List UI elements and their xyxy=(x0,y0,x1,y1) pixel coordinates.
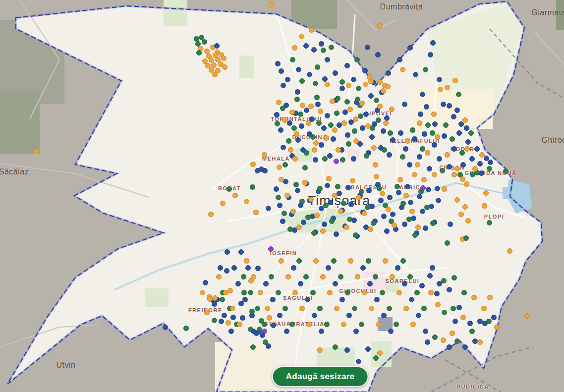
report-marker-orange[interactable] xyxy=(380,191,385,196)
report-marker-blue[interactable] xyxy=(428,52,433,57)
report-marker-blue[interactable] xyxy=(331,136,336,142)
report-marker-blue[interactable] xyxy=(298,281,303,286)
report-marker-orange[interactable] xyxy=(341,120,347,126)
report-marker-blue[interactable] xyxy=(469,156,475,162)
report-marker-orange[interactable] xyxy=(320,228,326,234)
report-marker-blue[interactable] xyxy=(432,142,437,148)
report-marker-green[interactable] xyxy=(339,79,345,85)
report-marker-orange[interactable] xyxy=(200,290,205,295)
report-marker-orange[interactable] xyxy=(377,79,383,85)
report-marker-green[interactable] xyxy=(241,290,247,295)
report-marker-blue[interactable] xyxy=(304,108,309,113)
report-marker-orange[interactable] xyxy=(313,258,319,264)
report-marker-blue[interactable] xyxy=(425,339,430,345)
report-marker-blue[interactable] xyxy=(441,102,446,107)
report-marker-blue[interactable] xyxy=(333,281,338,286)
report-marker-orange[interactable] xyxy=(204,49,210,54)
report-marker-orange[interactable] xyxy=(212,72,218,77)
report-marker-blue[interactable] xyxy=(436,198,441,203)
report-marker-orange[interactable] xyxy=(454,197,460,203)
report-marker-blue[interactable] xyxy=(344,347,350,353)
report-marker-green[interactable] xyxy=(324,322,330,327)
report-marker-green[interactable] xyxy=(347,217,352,222)
report-marker-blue[interactable] xyxy=(390,212,395,217)
report-marker-orange[interactable] xyxy=(221,56,226,61)
report-marker-green[interactable] xyxy=(276,195,281,200)
report-marker-green[interactable] xyxy=(241,274,246,280)
report-marker-green[interactable] xyxy=(317,306,323,311)
report-marker-green[interactable] xyxy=(310,134,316,140)
report-marker-blue[interactable] xyxy=(403,146,408,152)
report-marker-green[interactable] xyxy=(315,64,320,70)
report-marker-blue[interactable] xyxy=(396,190,401,195)
report-marker-orange[interactable] xyxy=(244,258,249,264)
report-marker-green[interactable] xyxy=(250,344,256,350)
report-marker-orange[interactable] xyxy=(204,310,210,315)
report-marker-orange[interactable] xyxy=(479,152,485,158)
report-marker-orange[interactable] xyxy=(471,295,477,300)
report-marker-blue[interactable] xyxy=(238,301,244,306)
report-marker-orange[interactable] xyxy=(405,138,410,144)
report-marker-green[interactable] xyxy=(432,335,438,340)
report-marker-orange[interactable] xyxy=(309,27,314,33)
report-marker-green[interactable] xyxy=(365,205,370,210)
report-marker-blue[interactable] xyxy=(321,125,327,131)
report-marker-orange[interactable] xyxy=(487,295,493,300)
report-marker-blue[interactable] xyxy=(384,228,390,234)
report-marker-blue[interactable] xyxy=(351,77,356,82)
report-marker-orange[interactable] xyxy=(431,112,437,117)
report-marker-blue[interactable] xyxy=(368,93,374,99)
report-marker-blue[interactable] xyxy=(387,152,392,158)
report-marker-blue[interactable] xyxy=(325,57,330,62)
report-marker-green[interactable] xyxy=(311,230,317,236)
report-marker-blue[interactable] xyxy=(447,103,452,109)
report-marker-orange[interactable] xyxy=(306,322,312,327)
report-marker-green[interactable] xyxy=(440,168,445,173)
report-marker-green[interactable] xyxy=(352,128,357,134)
report-marker-orange[interactable] xyxy=(258,290,263,295)
report-marker-green[interactable] xyxy=(321,48,326,53)
report-marker-orange[interactable] xyxy=(362,211,367,216)
report-marker-orange[interactable] xyxy=(334,306,339,311)
report-marker-blue[interactable] xyxy=(447,287,452,292)
report-marker-blue[interactable] xyxy=(238,249,244,255)
report-marker-blue[interactable] xyxy=(367,281,373,286)
report-marker-orange[interactable] xyxy=(368,226,373,232)
report-marker-green[interactable] xyxy=(212,318,217,323)
report-marker-orange[interactable] xyxy=(332,193,338,198)
report-marker-green[interactable] xyxy=(313,81,318,86)
report-marker-blue[interactable] xyxy=(260,333,265,338)
report-marker-orange[interactable] xyxy=(363,82,368,87)
report-marker-green[interactable] xyxy=(414,290,420,295)
report-marker-orange[interactable] xyxy=(285,274,291,280)
report-marker-blue[interactable] xyxy=(307,72,312,77)
report-marker-blue[interactable] xyxy=(203,280,208,285)
report-marker-blue[interactable] xyxy=(419,283,425,288)
report-marker-blue[interactable] xyxy=(325,113,330,118)
report-marker-blue[interactable] xyxy=(427,166,432,171)
report-marker-orange[interactable] xyxy=(237,322,242,327)
report-marker-blue[interactable] xyxy=(291,265,296,271)
report-marker-blue[interactable] xyxy=(434,291,440,296)
report-marker-blue[interactable] xyxy=(224,268,229,274)
report-marker-blue[interactable] xyxy=(266,206,271,211)
report-marker-green[interactable] xyxy=(353,232,358,238)
report-marker-orange[interactable] xyxy=(347,107,353,112)
report-marker-blue[interactable] xyxy=(301,220,306,225)
report-marker-blue[interactable] xyxy=(365,45,370,50)
report-marker-orange[interactable] xyxy=(289,110,295,115)
report-marker-blue[interactable] xyxy=(287,120,292,126)
report-marker-orange[interactable] xyxy=(318,109,323,114)
report-marker-orange[interactable] xyxy=(452,78,458,83)
report-marker-orange[interactable] xyxy=(451,172,457,177)
report-marker-green[interactable] xyxy=(468,130,474,136)
report-marker-orange[interactable] xyxy=(267,315,272,321)
report-marker-blue[interactable] xyxy=(333,70,338,76)
report-marker-green[interactable] xyxy=(248,290,253,295)
report-marker-orange[interactable] xyxy=(284,193,290,198)
report-marker-green[interactable] xyxy=(395,184,400,189)
report-marker-green[interactable] xyxy=(220,297,225,302)
report-marker-green[interactable] xyxy=(359,189,364,194)
report-marker-green[interactable] xyxy=(298,112,303,117)
report-marker-blue[interactable] xyxy=(351,156,356,162)
